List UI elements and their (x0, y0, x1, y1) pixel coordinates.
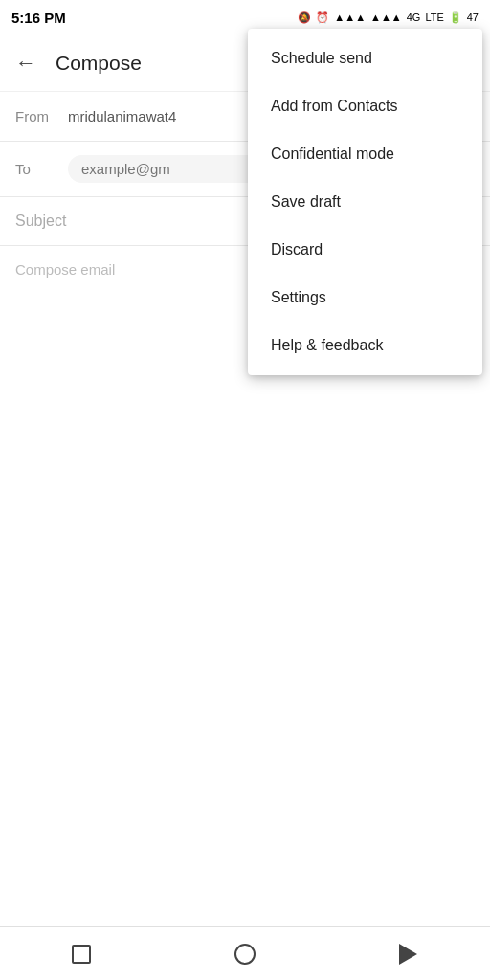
menu-item-schedule-send[interactable]: Schedule send (248, 34, 482, 82)
menu-item-add-from-contacts[interactable]: Add from Contacts (248, 82, 482, 130)
menu-item-confidential-mode[interactable]: Confidential mode (248, 130, 482, 178)
dropdown-menu: Schedule sendAdd from ContactsConfidenti… (248, 29, 482, 375)
menu-item-discard[interactable]: Discard (248, 226, 482, 274)
menu-item-help-feedback[interactable]: Help & feedback (248, 322, 482, 369)
menu-item-save-draft[interactable]: Save draft (248, 178, 482, 226)
menu-item-settings[interactable]: Settings (248, 274, 482, 322)
